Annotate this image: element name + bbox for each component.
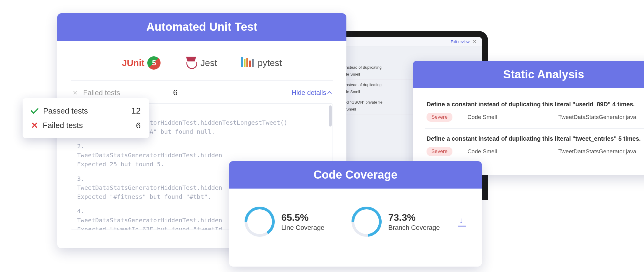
static-analysis-card: Static Analysis Define a constant instea… bbox=[413, 61, 644, 175]
chevron-up-icon bbox=[327, 91, 332, 95]
jest-logo: Jest bbox=[185, 57, 217, 69]
x-fail-icon: ✕ bbox=[31, 120, 38, 130]
hide-details-toggle[interactable]: Hide details bbox=[292, 89, 331, 97]
x-icon: ✕ bbox=[73, 89, 78, 96]
junit5-badge-icon: 5 bbox=[147, 56, 161, 70]
static-issue[interactable]: Define a constant instead of duplicating… bbox=[425, 129, 644, 163]
hide-details-label: Hide details bbox=[292, 89, 326, 97]
unit-test-title: Automated Unit Test bbox=[57, 13, 346, 41]
issue-kind: Code Smell bbox=[467, 148, 497, 155]
test-framework-logos: JUnit 5 Jest pytest bbox=[71, 50, 333, 81]
jest-text: Jest bbox=[200, 58, 217, 68]
test-summary-row: ✕ Failed tests 6 Hide details bbox=[71, 81, 333, 100]
severity-badge: Severe bbox=[427, 113, 452, 122]
jest-icon bbox=[185, 57, 197, 69]
static-issue[interactable]: Define a constant instead of duplicating… bbox=[425, 94, 644, 129]
failed-tests-count2: 6 bbox=[136, 121, 141, 130]
line-coverage-ring-icon bbox=[245, 207, 275, 237]
coverage-title: Code Coverage bbox=[229, 161, 482, 189]
branch-coverage-item: 73.3% Branch Coverage bbox=[352, 207, 440, 237]
issue-kind: Code Smell bbox=[467, 114, 497, 120]
passed-tests-label: Passed tests bbox=[43, 106, 88, 116]
severity-badge: Severe bbox=[427, 147, 452, 156]
static-title: Static Analysis bbox=[413, 61, 644, 88]
issue-description: Define a constant instead of duplicating… bbox=[427, 135, 644, 142]
failed-tests-label2: Failed tests bbox=[43, 121, 83, 130]
check-icon bbox=[31, 106, 39, 114]
junit-text: JUnit bbox=[122, 58, 144, 68]
issue-file: TweetDataStatsGenerator.java bbox=[558, 114, 636, 120]
line-coverage-item: 65.5% Line Coverage bbox=[245, 207, 324, 237]
line-coverage-pct: 65.5% bbox=[281, 212, 324, 223]
issue-description: Define a constant instead of duplicating… bbox=[427, 101, 644, 108]
failed-tests-row: ✕ Failed tests 6 bbox=[31, 118, 141, 133]
close-icon[interactable]: ✕ bbox=[473, 39, 477, 44]
passed-tests-count: 12 bbox=[131, 106, 141, 116]
download-icon[interactable] bbox=[458, 217, 466, 226]
pytest-icon bbox=[241, 57, 255, 69]
passed-tests-row: Passed tests 12 bbox=[31, 104, 141, 118]
failed-tests-count: 6 bbox=[173, 88, 177, 97]
issue-file: TweetDataStatsGenerator.java bbox=[558, 148, 636, 155]
failed-tests-label: Failed tests bbox=[83, 89, 120, 97]
test-results-popup: Passed tests 12 ✕ Failed tests 6 bbox=[23, 98, 149, 138]
junit-logo: JUnit 5 bbox=[122, 56, 161, 70]
pytest-logo: pytest bbox=[241, 57, 282, 69]
branch-coverage-ring-icon bbox=[352, 207, 382, 237]
line-coverage-label: Line Coverage bbox=[281, 224, 324, 232]
branch-coverage-pct: 73.3% bbox=[388, 212, 440, 223]
exit-review-link[interactable]: Exit review bbox=[451, 39, 470, 44]
pytest-text: pytest bbox=[258, 58, 282, 68]
scrollbar[interactable] bbox=[329, 105, 332, 127]
branch-coverage-label: Branch Coverage bbox=[388, 224, 440, 232]
code-coverage-card: Code Coverage 65.5% Line Coverage 73.3% … bbox=[229, 161, 482, 267]
